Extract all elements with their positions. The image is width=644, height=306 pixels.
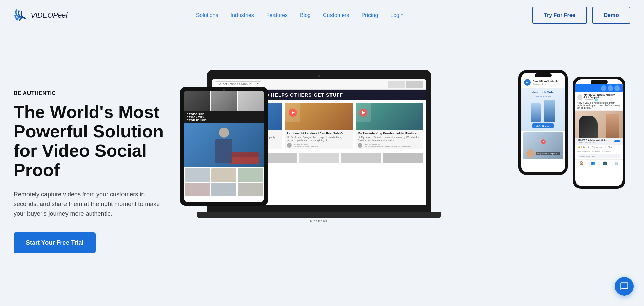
phone2-comment: 💬 Comment [588,146,602,149]
tablet-main-video [184,123,264,167]
hero-section: BE AUTHENTIC The World's Most Powerful S… [0,31,644,306]
tablet-img-3 [238,91,264,111]
phone2-fb-icon-3 [614,85,620,91]
nav-login[interactable]: Login [390,12,403,18]
tablet-screen: RESPONSE.RECOVERY.RESILIENCE. [184,91,264,202]
phone2-ad-text: "say 7-year-old Abbus suffered from arth… [577,102,621,109]
phone1-brand-name: Pure MicroNutrients Sponsored · ☆ [533,80,558,85]
phone2-learn-more-btn[interactable] [614,140,620,142]
laptop-card-2-title: Lightweight Ladders I Can Feel Safe On [287,132,351,135]
tablet-img-2 [211,91,237,111]
phone1-notch [535,73,552,77]
phone1-caption: our passion to improve... [536,152,560,155]
tablet-thumb-5 [211,183,237,196]
phone1-play-btn[interactable] [541,139,546,144]
phone2-marketplace-icon[interactable]: 🛒 [615,161,619,165]
tablet-thumb-grid [184,167,264,197]
laptop-card-3-author: Tammie Mulvaney Carpenter & Furniture Bu… [358,143,421,148]
phone2-poster-avatar [577,94,582,100]
header: VIDEOPeel Solutions Industries Features … [0,0,644,31]
phone1-video-large: our passion to improve... [523,132,563,159]
laptop-card-2-image [285,103,353,130]
chat-support-button[interactable] [615,277,634,296]
main-nav: Solutions Industries Features Blog Custo… [196,12,404,18]
logo-brand-name: VIDEOPeel [31,11,67,20]
phone2-dog [579,116,598,138]
header-buttons: Try For Free Demo [532,7,630,24]
phone2-device: f KINPRO All-Natural Mobility Joint S [573,77,625,185]
phone1-bottle-2 [544,100,555,122]
laptop-card-2: Lightweight Ladders I Can Feel Safe On H… [285,103,353,149]
phone2-fb-logo: f [578,87,579,90]
hero-eyebrow: BE AUTHENTIC [14,90,176,96]
hero-left: BE AUTHENTIC The World's Most Powerful S… [14,90,190,253]
phone1-screen: W Pure MicroNutrients Sponsored · ☆ New … [521,73,565,172]
phone2-outer: f KINPRO All-Natural Mobility Joint S [573,77,625,189]
phone2-fb-icon-1 [601,85,606,91]
try-for-free-button[interactable]: Try For Free [532,7,587,24]
phone2-ad-label: KINPRO All-Natural Mob... Soft Chews for… [578,139,607,144]
phone1-device: W Pure MicroNutrients Sponsored · ☆ New … [518,70,568,175]
phone2-friends-icon[interactable]: 👥 [591,161,595,165]
start-free-trial-button[interactable]: Start Your Free Trial [14,232,96,253]
logo[interactable]: VIDEOPeel [14,8,67,22]
nav-pricing[interactable]: Pricing [361,12,378,18]
phone1-product-subtitle: Same Science [524,95,562,98]
phone1-product: New Look Outsi Same Science LEARN MO... [521,88,565,131]
hero-right-devices: Select Owner's Manual ▼ W THE KING KOMBO… [190,60,630,284]
tablet-thumb-3 [238,168,263,182]
phone2-fb-icons [601,85,620,91]
tablet-img-1 [184,91,210,111]
hero-title: The World's Most Powerful Solution for V… [14,102,176,180]
phone2-home-icon[interactable]: 🏠 [579,161,583,165]
tablet-top-row [184,91,264,111]
laptop-card-2-author: Jeanne Sprague Carpenter & Handy Person [287,143,351,148]
demo-button[interactable]: Demo [592,7,630,24]
phone1-logo: W [524,79,531,86]
laptop-base [197,212,441,218]
phone2-like: 👍 Like [577,146,586,149]
phone2-reactions: 👍 Like 💬 Comment ↗ Share [575,145,623,150]
nav-solutions[interactable]: Solutions [196,12,219,18]
laptop-manual-select[interactable]: Select Owner's Manual ▼ [215,81,261,87]
laptop-card-3-image [356,103,423,130]
phone1-product-title: New Look Outsi [524,91,562,94]
hero-description: Remotely capture videos from your custom… [14,190,170,219]
nav-industries[interactable]: Industries [230,12,254,18]
nav-customers[interactable]: Customers [323,12,349,18]
laptop-card-3: My Favorite King Kombo Ladder Feature Hi… [356,103,423,149]
phone2-stats: 89 Comments · 6 Shares · 1.3K views [575,150,623,153]
tablet-outer: RESPONSE.RECOVERY.RESILIENCE. [180,87,268,206]
tablet-thumb-4 [185,183,210,196]
phone2-fb-header: f [575,84,623,92]
phone2-bottom-nav: 🏠 👥 📺 🛒 [575,159,623,166]
phone2-share: ↗ Share [605,146,614,149]
phone2-comment-input[interactable]: Write a comment... [577,154,621,158]
nav-blog[interactable]: Blog [300,12,311,18]
phone2-ad-image [575,111,623,138]
phone1-learn-btn[interactable]: LEARN MO... [532,123,553,128]
phone2-notch [591,80,608,84]
tablet-thumb-1 [185,168,210,182]
laptop-card-3-avatar [358,143,362,148]
tablet-car [228,152,259,164]
phone1-header: W Pure MicroNutrients Sponsored · ☆ [521,77,565,88]
laptop-card-2-desc: Hi, I'm Jeanne Sprague, I'm a carpenter … [287,136,351,142]
phone1-video-area: our passion to improve... [521,131,565,163]
phone2-ad-post-header: KINPRO All-Natural Mobility Joint Suppor… [575,92,623,111]
laptop-card-3-author-text: Tammie Mulvaney Carpenter & Furniture Bu… [364,143,411,147]
phone2-poster-info: KINPRO All-Natural Mobility Joint Suppor… [584,94,621,101]
tablet-thumb-6 [238,183,263,196]
phone1-outer: W Pure MicroNutrients Sponsored · ☆ New … [518,70,568,175]
nav-features[interactable]: Features [266,12,288,18]
phone2-screen: f KINPRO All-Natural Mobility Joint S [575,79,623,186]
tablet-device: RESPONSE.RECOVERY.RESILIENCE. [180,87,268,206]
laptop-card-3-body: My Favorite King Kombo Ladder Feature Hi… [356,130,423,149]
tablet-banner: RESPONSE.RECOVERY.RESILIENCE. [184,111,264,123]
phone1-person-face [526,149,535,158]
phone2-watch-icon[interactable]: 📺 [603,161,607,165]
phone2-person [606,114,619,138]
laptop-card-3-title: My Favorite King Kombo Ladder Feature [358,132,421,135]
laptop-brand-label: MacBook [207,219,431,223]
laptop-card-2-body: Lightweight Ladders I Can Feel Safe On H… [285,130,353,149]
